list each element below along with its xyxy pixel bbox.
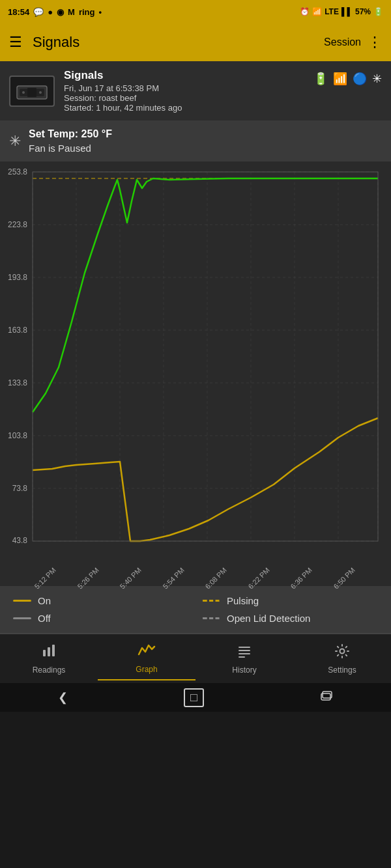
- svg-point-40: [340, 649, 345, 653]
- messenger-icon: ●: [48, 7, 53, 17]
- svg-rect-33: [43, 650, 46, 656]
- svg-text:223.8: 223.8: [8, 220, 27, 229]
- wifi-status-icon: 📶: [333, 72, 347, 86]
- svg-text:43.8: 43.8: [12, 536, 28, 545]
- legend-open-lid-label: Open Lid Detection: [227, 613, 310, 624]
- app-bar-right: Session ⋮: [324, 34, 382, 51]
- app-bar: ☰ Signals Session ⋮: [0, 23, 391, 61]
- battery-pct: 57%: [355, 7, 371, 16]
- alarm-icon: ⏰: [300, 7, 310, 16]
- status-left: 18:54 💬 ● ◉ M ring •: [8, 7, 102, 17]
- svg-rect-36: [239, 647, 250, 648]
- device-info: Signals Fri, Jun 17 at 6:53:38 PM Sessio…: [64, 69, 304, 113]
- set-temp: Set Temp: 250 °F: [29, 128, 112, 139]
- gear-icon: [334, 643, 350, 659]
- x-axis-labels: 5:12 PM 5:26 PM 5:40 PM 5:54 PM 6:08 PM …: [0, 569, 391, 586]
- legend-on-label: On: [38, 595, 51, 606]
- more-options-icon[interactable]: ⋮: [368, 34, 382, 51]
- device-datetime: Fri, Jun 17 at 6:53:38 PM: [64, 83, 304, 93]
- hamburger-menu[interactable]: ☰: [9, 34, 22, 51]
- svg-text:103.8: 103.8: [8, 431, 27, 440]
- status-bar: 18:54 💬 ● ◉ M ring • ⏰ 📶 LTE ▌▌ 57% 🔋: [0, 0, 391, 23]
- home-btn[interactable]: □: [184, 688, 204, 707]
- nav-readings-label: Readings: [33, 665, 66, 675]
- legend-off: Off: [13, 613, 189, 624]
- settings-icon: [334, 643, 350, 663]
- legend-on-line: [13, 600, 31, 602]
- fan-bar: ✳ Set Temp: 250 °F Fan is Paused: [0, 120, 391, 161]
- svg-rect-39: [239, 656, 245, 658]
- svg-text:163.8: 163.8: [8, 326, 27, 335]
- battery-status-icon: 🔋: [313, 72, 328, 86]
- legend-on: On: [13, 595, 189, 606]
- nav-readings[interactable]: Readings: [0, 638, 98, 680]
- bottom-nav: Readings Graph History: [0, 634, 391, 683]
- device-title: Signals: [64, 69, 304, 82]
- nav-graph-label: Graph: [136, 665, 157, 674]
- legend: On Pulsing Off Open Lid Detection: [0, 586, 391, 633]
- app-bar-left: ☰ Signals: [9, 34, 80, 51]
- history-icon: [237, 643, 252, 663]
- system-nav: ❮ □: [0, 683, 391, 712]
- bar-chart-icon: [41, 643, 57, 659]
- list-icon: [237, 643, 252, 659]
- nav-history-label: History: [232, 665, 256, 675]
- legend-pulsing-label: Pulsing: [227, 595, 259, 606]
- messenger2-icon: ◉: [57, 7, 64, 17]
- whatsapp-icon: 💬: [33, 7, 44, 17]
- device-header-icons: 🔋 📶 🔵 ✳: [313, 72, 382, 86]
- svg-point-3: [39, 91, 42, 94]
- bluetooth-icon: 🔵: [353, 72, 367, 86]
- readings-icon: [41, 643, 57, 663]
- svg-text:253.8: 253.8: [8, 167, 27, 176]
- nav-history[interactable]: History: [195, 638, 293, 680]
- recents-icon: [320, 690, 333, 703]
- session-button[interactable]: Session: [324, 36, 361, 48]
- graph-wave-icon: [138, 643, 156, 658]
- legend-off-line: [13, 617, 31, 619]
- nav-settings-label: Settings: [328, 665, 356, 675]
- device-session: Session: roast beef: [64, 93, 304, 103]
- battery-icon: 🔋: [373, 7, 383, 16]
- time: 18:54: [8, 7, 29, 17]
- ring-icon: ring: [79, 7, 95, 17]
- fan-text: Set Temp: 250 °F Fan is Paused: [29, 127, 112, 155]
- device-header: Signals Fri, Jun 17 at 6:53:38 PM Sessio…: [0, 61, 391, 120]
- svg-rect-37: [239, 650, 250, 651]
- device-started: Started: 1 hour, 42 minutes ago: [64, 103, 304, 113]
- legend-off-label: Off: [38, 613, 51, 624]
- fan-icon: ✳: [9, 133, 21, 150]
- svg-text:133.8: 133.8: [8, 378, 27, 387]
- svg-text:193.8: 193.8: [8, 273, 27, 282]
- chart-container: 253.8 223.8 193.8 163.8 133.8 103.8 73.8…: [0, 161, 391, 586]
- smoker-icon: [16, 81, 48, 102]
- svg-text:73.8: 73.8: [12, 484, 28, 493]
- svg-point-2: [22, 91, 25, 94]
- nav-graph[interactable]: Graph: [98, 637, 195, 680]
- svg-rect-38: [239, 653, 250, 654]
- svg-rect-34: [48, 647, 50, 656]
- signal-icon: ▌▌: [341, 7, 353, 16]
- back-btn[interactable]: ❮: [58, 690, 68, 705]
- legend-pulsing: Pulsing: [202, 595, 378, 606]
- app-title: Signals: [33, 34, 80, 51]
- wifi-icon: 📶: [312, 7, 322, 16]
- device-thumbnail: [9, 76, 55, 107]
- svg-rect-4: [27, 88, 36, 97]
- legend-open-lid: Open Lid Detection: [202, 613, 378, 624]
- nav-settings[interactable]: Settings: [293, 638, 391, 680]
- lte-icon: LTE: [325, 7, 339, 16]
- status-right: ⏰ 📶 LTE ▌▌ 57% 🔋: [300, 7, 383, 16]
- temperature-chart: 253.8 223.8 193.8 163.8 133.8 103.8 73.8…: [0, 165, 391, 569]
- recents-btn[interactable]: [320, 690, 333, 706]
- dot-icon: •: [99, 7, 102, 17]
- legend-open-lid-line: [202, 617, 220, 619]
- legend-pulsing-line: [202, 600, 220, 602]
- graph-icon: [138, 643, 156, 662]
- chart-wrapper: 253.8 223.8 193.8 163.8 133.8 103.8 73.8…: [0, 165, 391, 569]
- svg-rect-35: [52, 645, 55, 656]
- fan-status: Fan is Paused: [29, 143, 91, 154]
- gmail-icon: M: [68, 7, 75, 17]
- fan-header-icon: ✳: [372, 72, 382, 86]
